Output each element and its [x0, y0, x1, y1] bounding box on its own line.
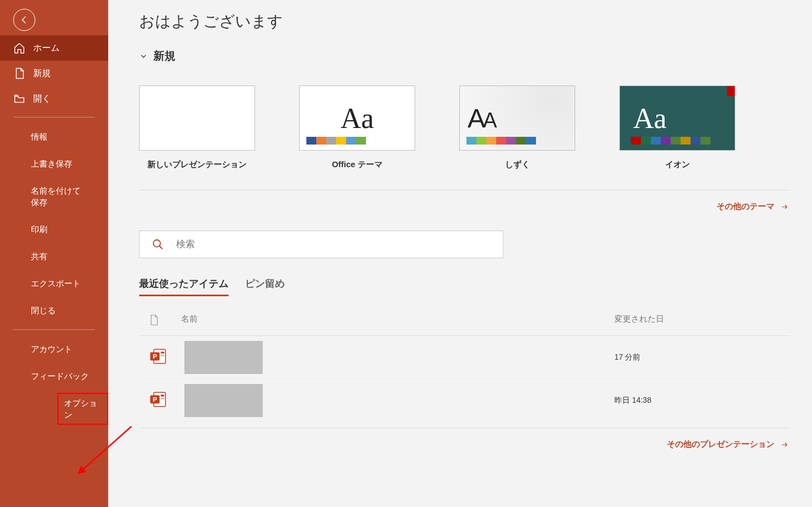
template-thumb: Aa	[619, 86, 735, 151]
divider	[13, 329, 95, 330]
sidebar-item-account[interactable]: アカウント	[0, 335, 108, 362]
file-date: 昨日 14:38	[614, 396, 780, 405]
options-highlight: オプション	[57, 393, 108, 425]
templates-row: 新しいプレゼンテーション Aa Office テーマ AA しずく Aa	[139, 86, 790, 170]
file-date: 17 分前	[614, 353, 780, 362]
svg-text:P: P	[153, 353, 157, 360]
svg-text:P: P	[153, 396, 157, 403]
sidebar-item-home[interactable]: ホーム	[0, 35, 108, 61]
sidebar-item-new[interactable]: 新規	[0, 61, 108, 86]
arrow-right-icon	[779, 203, 790, 211]
sidebar-item-close[interactable]: 閉じる	[0, 297, 108, 324]
recent-file-row[interactable]: P 昨日 14:38	[139, 379, 790, 422]
tab-pinned[interactable]: ピン留め	[245, 277, 285, 296]
svg-rect-5	[161, 352, 164, 354]
sidebar-label: ホーム	[33, 42, 60, 54]
recent-file-row[interactable]: P 17 分前	[139, 336, 790, 379]
sidebar-item-info[interactable]: 情報	[0, 123, 108, 150]
arrow-right-icon	[779, 441, 790, 449]
template-ion[interactable]: Aa イオン	[619, 86, 735, 170]
divider	[13, 117, 95, 118]
svg-point-1	[153, 240, 161, 247]
home-icon	[13, 42, 25, 54]
powerpoint-file-icon: P	[149, 390, 168, 409]
sidebar-item-options[interactable]: オプション	[0, 389, 108, 428]
greeting-text: おはようございます	[139, 11, 790, 32]
list-header: 名前 変更された日	[139, 306, 790, 336]
color-swatches	[306, 137, 366, 145]
divider	[139, 428, 790, 428]
powerpoint-file-icon: P	[149, 347, 168, 366]
template-label: しずく	[459, 159, 575, 170]
link-text: その他のプレゼンテーション	[667, 439, 774, 450]
template-label: 新しいプレゼンテーション	[139, 159, 255, 170]
template-thumb: AA	[459, 86, 575, 151]
sidebar-item-share[interactable]: 共有	[0, 243, 108, 270]
theme-preview-text: AA	[468, 103, 495, 134]
col-icon	[149, 314, 181, 328]
sidebar-label: 開く	[33, 93, 51, 105]
template-blank[interactable]: 新しいプレゼンテーション	[139, 86, 255, 170]
more-presentations-link[interactable]: その他のプレゼンテーション	[139, 439, 790, 450]
svg-rect-10	[161, 395, 164, 397]
search-input[interactable]	[176, 239, 491, 250]
theme-preview-text: Aa	[633, 102, 667, 135]
sidebar-item-saveas[interactable]: 名前を付けて保存	[0, 177, 108, 216]
tab-recent[interactable]: 最近使ったアイテム	[139, 277, 229, 296]
more-themes-link[interactable]: その他のテーマ	[139, 201, 790, 212]
col-modified[interactable]: 変更された日	[614, 314, 780, 328]
sidebar-item-open[interactable]: 開く	[0, 86, 108, 111]
folder-open-icon	[13, 93, 25, 105]
divider	[139, 190, 790, 190]
template-label: Office テーマ	[299, 159, 415, 170]
color-swatches	[466, 137, 536, 145]
sidebar-label: 新規	[33, 68, 51, 79]
svg-rect-11	[161, 398, 164, 399]
col-name[interactable]: 名前	[181, 314, 614, 328]
search-box[interactable]	[139, 231, 503, 258]
sidebar-item-print[interactable]: 印刷	[0, 216, 108, 243]
theme-preview-text: Aa	[341, 102, 374, 135]
main-panel: おはようございます 新規 新しいプレゼンテーション Aa Office テーマ …	[108, 0, 812, 507]
template-thumb: Aa	[299, 86, 415, 151]
link-text: その他のテーマ	[717, 201, 774, 212]
template-shizuku[interactable]: AA しずく	[459, 86, 575, 170]
sidebar-item-export[interactable]: エクスポート	[0, 270, 108, 297]
file-icon	[149, 314, 159, 326]
section-title: 新規	[153, 49, 176, 63]
back-button[interactable]	[13, 9, 35, 31]
chevron-down-icon	[139, 52, 148, 61]
new-section-toggle[interactable]: 新規	[139, 49, 790, 63]
template-label: イオン	[619, 159, 735, 170]
svg-rect-6	[161, 355, 164, 356]
filename-placeholder	[184, 384, 263, 417]
sidebar-item-feedback[interactable]: フィードバック	[0, 362, 108, 389]
color-swatches	[631, 137, 710, 145]
recent-tabs: 最近使ったアイテム ピン留め	[139, 277, 790, 296]
template-thumb	[139, 86, 255, 151]
arrow-left-icon	[19, 15, 29, 25]
sidebar-item-save[interactable]: 上書き保存	[0, 150, 108, 177]
search-icon	[152, 238, 164, 250]
filename-placeholder	[184, 341, 263, 374]
backstage-sidebar: ホーム 新規 開く 情報 上書き保存 名前を付けて保存 印刷 共有 エクスポート…	[0, 0, 108, 507]
template-office-theme[interactable]: Aa Office テーマ	[299, 86, 415, 170]
new-file-icon	[13, 67, 25, 79]
